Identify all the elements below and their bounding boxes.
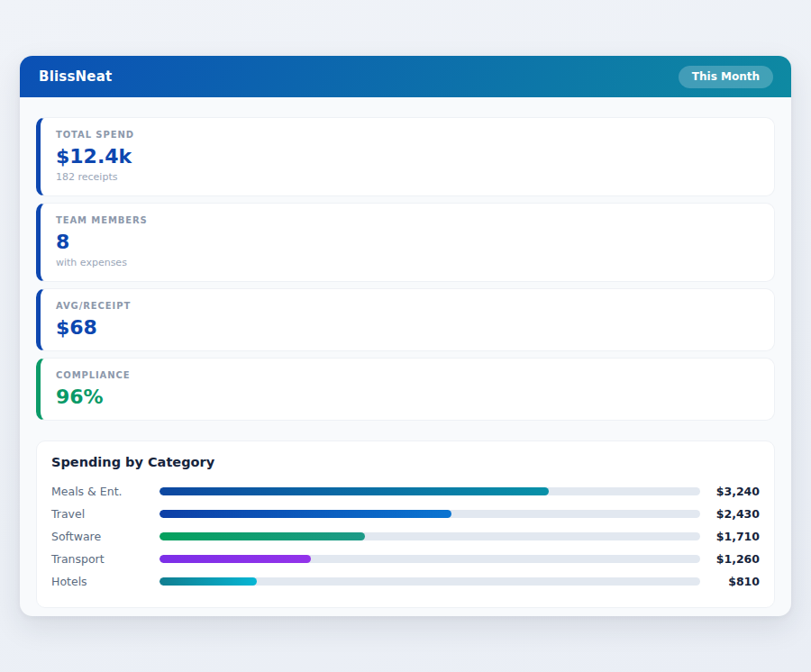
stat-value: 8: [56, 232, 759, 252]
bar-track: [159, 487, 700, 495]
stat-caption: with expenses: [56, 257, 759, 268]
chart-row-hotels: Hotels $810: [51, 570, 760, 593]
bar-fill-transport: [159, 555, 311, 563]
stat-value: $12.4k: [56, 146, 759, 167]
stat-card-compliance: COMPLIANCE 96%: [36, 358, 775, 421]
category-label: Hotels: [51, 575, 159, 588]
category-value: $1,710: [700, 530, 760, 543]
stat-label: TEAM MEMBERS: [56, 215, 759, 225]
app-title: BlissNeat: [39, 68, 112, 85]
stat-value: $68: [56, 317, 759, 338]
category-label: Meals & Ent.: [51, 485, 159, 498]
category-value: $1,260: [700, 552, 760, 566]
chart-row-transport: Transport $1,260: [51, 548, 760, 570]
chart-row-software: Software $1,710: [51, 525, 760, 548]
bar-track: [159, 555, 700, 563]
bar-track: [159, 532, 700, 540]
stat-card-total-spend: TOTAL SPEND $12.4k 182 receipts: [36, 117, 775, 196]
spending-by-category-chart: Spending by Category Meals & Ent. $3,240…: [36, 440, 775, 608]
bar-fill-software: [159, 532, 365, 540]
chart-row-meals: Meals & Ent. $3,240: [51, 480, 760, 503]
chart-row-travel: Travel $2,430: [51, 503, 760, 525]
category-value: $3,240: [700, 485, 760, 498]
bar-track: [159, 577, 700, 586]
category-label: Travel: [51, 507, 159, 521]
app-header: BlissNeat This Month: [20, 56, 791, 97]
category-value: $810: [700, 575, 760, 588]
chart-title: Spending by Category: [51, 455, 760, 469]
category-label: Transport: [51, 552, 159, 566]
bar-fill-travel: [159, 510, 451, 518]
stat-card-avg-receipt: AVG/RECEIPT $68: [36, 288, 775, 351]
bar-fill-hotels: [159, 577, 257, 586]
category-label: Software: [51, 530, 159, 543]
stat-label: AVG/RECEIPT: [56, 301, 759, 311]
stat-label: COMPLIANCE: [56, 370, 759, 380]
period-filter-badge[interactable]: This Month: [679, 66, 773, 88]
dashboard-panel: BlissNeat This Month TOTAL SPEND $12.4k …: [20, 56, 791, 616]
bar-fill-meals: [159, 487, 549, 495]
stat-value: 96%: [56, 386, 759, 407]
bar-track: [159, 510, 700, 518]
dashboard-content: TOTAL SPEND $12.4k 182 receipts TEAM MEM…: [20, 97, 791, 608]
category-value: $2,430: [700, 507, 760, 521]
stat-label: TOTAL SPEND: [56, 130, 759, 140]
stat-card-team-members: TEAM MEMBERS 8 with expenses: [36, 203, 775, 282]
stat-caption: 182 receipts: [56, 171, 759, 183]
